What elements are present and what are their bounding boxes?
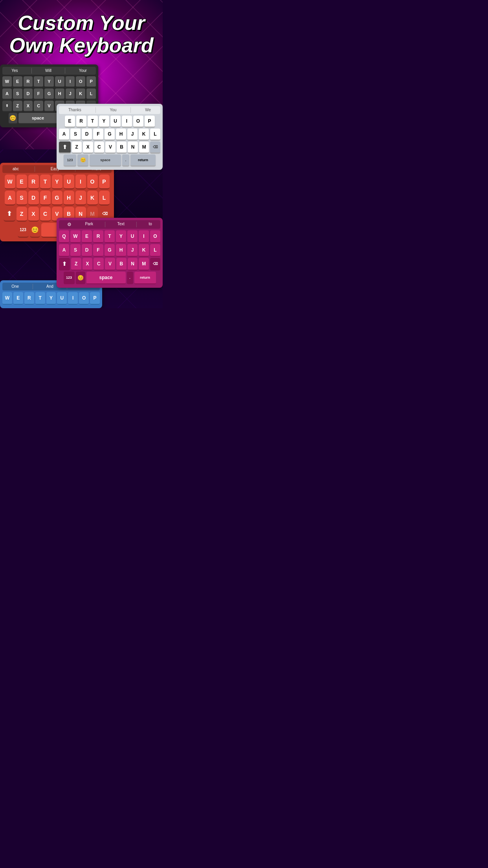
orange-key-u[interactable]: U	[64, 175, 74, 189]
pink-sug-3[interactable]: to	[147, 221, 153, 228]
blue-key-o[interactable]: O	[79, 292, 89, 305]
dark-key-y[interactable]: Y	[44, 76, 54, 87]
dark-key-j[interactable]: J	[66, 88, 75, 99]
blue-key-w[interactable]: W	[2, 292, 12, 305]
pink-key-n[interactable]: N	[128, 258, 138, 270]
dark-key-t[interactable]: T	[34, 76, 43, 87]
pink-settings-icon[interactable]: ⚙	[66, 221, 73, 228]
pink-key-x[interactable]: X	[83, 258, 93, 270]
light-sug-1[interactable]: Thanks	[67, 107, 83, 113]
pink-key-r[interactable]: R	[93, 230, 103, 243]
light-period-key[interactable]: .	[122, 154, 129, 166]
orange-key-g[interactable]: G	[52, 191, 62, 206]
dark-key-i[interactable]: I	[66, 76, 75, 87]
light-key-n[interactable]: N	[128, 142, 138, 153]
dark-key-d[interactable]: D	[24, 88, 33, 99]
light-key-m[interactable]: M	[139, 142, 149, 153]
dark-key-w[interactable]: W	[2, 76, 12, 87]
light-key-s[interactable]: S	[70, 129, 81, 140]
light-key-z[interactable]: Z	[72, 142, 82, 153]
pink-key-t[interactable]: T	[105, 230, 115, 243]
pink-key-m[interactable]: M	[139, 258, 149, 270]
orange-key-j[interactable]: J	[75, 191, 86, 206]
pink-key-w[interactable]: W	[70, 230, 81, 243]
dark-key-x[interactable]: X	[24, 101, 33, 112]
pink-key-d[interactable]: D	[82, 244, 92, 257]
blue-key-p[interactable]: P	[90, 292, 100, 305]
pink-sug-2[interactable]: Text	[116, 221, 126, 228]
orange-key-i[interactable]: I	[75, 175, 86, 189]
pink-key-v[interactable]: V	[105, 258, 115, 270]
pink-key-b[interactable]: B	[116, 258, 127, 270]
dark-key-o[interactable]: O	[76, 76, 85, 87]
pink-key-k[interactable]: K	[139, 244, 149, 257]
pink-emoji-key[interactable]: 😊	[76, 272, 85, 284]
dark-key-f[interactable]: F	[34, 88, 43, 99]
light-shift-key[interactable]: ⬆	[59, 142, 71, 153]
light-key-p[interactable]: P	[145, 116, 155, 127]
light-key-f[interactable]: F	[93, 129, 103, 140]
orange-key-y[interactable]: Y	[52, 175, 62, 189]
pink-shift-key[interactable]: ⬆	[59, 258, 70, 270]
dark-emoji-key[interactable]: 😊	[9, 113, 17, 124]
orange-num-key[interactable]: 123	[18, 223, 29, 238]
blue-key-i[interactable]: I	[68, 292, 78, 305]
light-backspace-key[interactable]: ⌫	[150, 142, 160, 153]
light-key-g[interactable]: G	[105, 129, 115, 140]
pink-period-key[interactable]: .	[127, 272, 133, 284]
orange-key-w[interactable]: W	[5, 175, 15, 189]
pink-space-key[interactable]: space	[86, 272, 126, 284]
dark-sug-1[interactable]: Yes	[10, 68, 19, 74]
light-key-a[interactable]: A	[59, 129, 69, 140]
light-key-l[interactable]: L	[150, 129, 160, 140]
blue-key-r[interactable]: R	[24, 292, 34, 305]
blue-sug-2[interactable]: And	[45, 284, 55, 289]
blue-key-t[interactable]: T	[35, 292, 45, 305]
pink-key-l[interactable]: L	[150, 244, 160, 257]
pink-key-a[interactable]: A	[59, 244, 69, 257]
pink-key-u[interactable]: U	[127, 230, 138, 243]
orange-emoji-key[interactable]: 😊	[30, 223, 40, 238]
dark-shift-key[interactable]: ⬆	[2, 101, 12, 112]
dark-sug-3[interactable]: Your	[77, 68, 88, 74]
dark-key-v[interactable]: V	[44, 101, 54, 112]
light-key-x[interactable]: X	[83, 142, 93, 153]
dark-key-k[interactable]: K	[76, 88, 85, 99]
pink-return-key[interactable]: return	[134, 272, 156, 284]
blue-key-u[interactable]: U	[57, 292, 67, 305]
orange-key-l[interactable]: L	[99, 191, 110, 206]
orange-key-c[interactable]: C	[40, 207, 51, 222]
light-key-v[interactable]: V	[105, 142, 116, 153]
pink-key-j[interactable]: J	[127, 244, 138, 257]
pink-key-h[interactable]: H	[116, 244, 126, 257]
dark-key-e[interactable]: E	[13, 76, 22, 87]
dark-sug-2[interactable]: Will	[44, 68, 53, 74]
pink-num-key[interactable]: 123	[64, 272, 75, 284]
blue-key-e[interactable]: E	[13, 292, 23, 305]
orange-key-x[interactable]: X	[28, 207, 39, 222]
pink-sug-1[interactable]: Park	[83, 221, 95, 228]
orange-key-k[interactable]: K	[87, 191, 98, 206]
dark-key-a[interactable]: A	[2, 88, 12, 99]
dark-key-g[interactable]: G	[44, 88, 54, 99]
orange-key-s[interactable]: S	[17, 191, 27, 206]
dark-key-s[interactable]: S	[13, 88, 22, 99]
light-key-c[interactable]: C	[94, 142, 105, 153]
dark-key-z[interactable]: Z	[13, 101, 22, 112]
light-key-u[interactable]: U	[110, 116, 121, 127]
dark-space-key[interactable]: space	[18, 113, 58, 124]
light-key-r[interactable]: R	[76, 116, 86, 127]
orange-sug-1[interactable]: abc	[11, 166, 20, 172]
orange-key-a[interactable]: A	[5, 191, 15, 206]
dark-key-h[interactable]: H	[55, 88, 64, 99]
dark-key-p[interactable]: P	[86, 76, 96, 87]
pink-key-e[interactable]: E	[82, 230, 92, 243]
pink-key-f[interactable]: F	[93, 244, 103, 257]
light-key-o[interactable]: O	[133, 116, 143, 127]
pink-key-o[interactable]: O	[150, 230, 160, 243]
dark-key-r[interactable]: R	[24, 76, 33, 87]
light-key-h[interactable]: H	[116, 129, 126, 140]
pink-key-y[interactable]: Y	[116, 230, 126, 243]
dark-key-l[interactable]: L	[86, 88, 96, 99]
light-num-key[interactable]: 123	[64, 154, 76, 166]
